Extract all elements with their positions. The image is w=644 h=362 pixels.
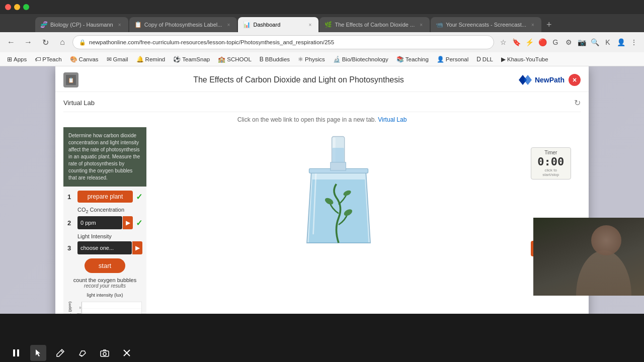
tab-effects[interactable]: 🌿 The Effects of Carbon Dioxide ... ×	[319, 17, 430, 32]
user-profile-button[interactable]: 👤	[615, 36, 627, 48]
bookmark-pteach-label: PTeach	[42, 56, 61, 62]
start-button[interactable]: start	[85, 258, 125, 273]
tab-title-screencasts: Your Screencasts - Screencast...	[446, 22, 526, 28]
personal-bookmark-icon: 👤	[437, 56, 444, 63]
tab-close-biology[interactable]: ×	[116, 21, 123, 28]
bookmark-canvas[interactable]: 🎨 Canvas	[67, 55, 102, 64]
lab-center	[156, 127, 521, 263]
step-3-dropdown-container[interactable]: choose one... ▶	[77, 241, 142, 254]
bookmark-dll[interactable]: D DLL	[473, 55, 496, 64]
maximize-traffic-light[interactable]	[23, 4, 29, 10]
record-label: record your results	[67, 283, 142, 289]
prepare-plant-button[interactable]: prepare plant	[77, 191, 133, 203]
pteach-bookmark-icon: 🏷	[35, 56, 41, 63]
close-icon	[122, 348, 131, 357]
close-toolbar-button[interactable]	[119, 345, 135, 361]
light-dropdown[interactable]: choose one...	[77, 241, 132, 254]
address-text: newpathonline.com/free-curriculum-resour…	[89, 39, 488, 45]
more-options-button[interactable]: ⋮	[628, 36, 640, 48]
extension-icon-2[interactable]: ⚡	[523, 36, 535, 48]
bookmark-school[interactable]: 🏫 SCHOOL	[215, 55, 255, 64]
extension-icon-5[interactable]: ⚙	[562, 36, 575, 48]
bookmark-youtube[interactable]: ▶ Khaus-YouTube	[498, 55, 551, 64]
pen-button[interactable]	[52, 345, 68, 361]
school-bookmark-icon: 🏫	[218, 56, 225, 63]
extension-icon-8[interactable]: K	[602, 36, 614, 48]
timer-label: Timer	[536, 150, 566, 155]
pen-icon	[56, 348, 65, 357]
extension-icon-7[interactable]: 🔍	[589, 36, 601, 48]
apps-bookmark-icon: ⊞	[7, 56, 12, 63]
bookmark-dll-label: DLL	[482, 56, 493, 62]
tab-screencasts[interactable]: 📹 Your Screencasts - Screencast... ×	[431, 17, 541, 32]
svg-rect-28	[13, 349, 15, 356]
tab-dashboard[interactable]: 📊 Dashboard ×	[238, 17, 318, 32]
bookmark-apps[interactable]: ⊞ Apps	[4, 55, 30, 64]
virtual-lab-link[interactable]: Virtual Lab	[378, 116, 407, 123]
count-label: count the oxygen bubbles	[67, 277, 142, 283]
refresh-icon[interactable]: ↻	[574, 98, 581, 108]
svg-rect-22	[332, 148, 344, 163]
bookmark-school-label: SCHOOL	[227, 56, 252, 62]
bookmark-bbuddies-label: BBuddies	[265, 56, 290, 62]
step-2-check: ✓	[136, 218, 142, 228]
newpath-text: NewPath	[535, 76, 565, 84]
forward-button[interactable]: →	[21, 35, 35, 49]
light-dropdown-arrow[interactable]: ▶	[132, 241, 142, 254]
camera-button[interactable]	[97, 345, 113, 361]
lab-experiment: Determine how carbon dioxide concentrati…	[63, 127, 581, 314]
bookmark-personal[interactable]: 👤 Personal	[434, 55, 471, 64]
step-2-row: 2 0 ppm ▶ ✓	[67, 216, 142, 229]
tab-close-photosynthesis[interactable]: ×	[225, 21, 232, 28]
bookmark-remind[interactable]: 🔔 Remind	[133, 55, 169, 64]
bookmark-teaching[interactable]: 📚 Teaching	[393, 55, 432, 64]
bookmark-bbuddies[interactable]: B BBuddies	[257, 55, 293, 64]
extension-icon-4[interactable]: G	[549, 36, 561, 48]
nav-icons: ☆ 🔖 ⚡ 🔴 G ⚙ 📷 🔍 K 👤 ⋮	[497, 36, 640, 48]
bio-bookmark-icon: 🔬	[333, 56, 341, 63]
new-tab-button[interactable]: +	[542, 20, 556, 30]
canvas-bookmark-icon: 🎨	[70, 56, 77, 63]
lab-left-panel: Determine how carbon dioxide concentrati…	[63, 127, 146, 314]
tab-biology[interactable]: 🧬 Biology (CP) - Hausmann ×	[35, 17, 128, 32]
extension-icon-6[interactable]: 📷	[576, 36, 588, 48]
close-traffic-light[interactable]	[5, 4, 11, 10]
gmail-bookmark-icon: ✉	[107, 56, 112, 63]
bookmark-teaching-label: Teaching	[406, 56, 429, 62]
pause-button[interactable]	[8, 345, 24, 361]
extension-icon-3[interactable]: 🔴	[536, 36, 548, 48]
lab-modal-header: 📋 The Effects of Carbon Dioxide and Ligh…	[55, 66, 589, 92]
step-3-row: 3 choose one... ▶	[67, 241, 142, 254]
address-bar[interactable]: 🔒 newpathonline.com/free-curriculum-reso…	[72, 35, 494, 49]
tab-close-effects[interactable]: ×	[418, 21, 425, 28]
highlighter-button[interactable]	[74, 345, 91, 361]
bookmark-teamsnap[interactable]: ⚽ TeamSnap	[170, 55, 213, 64]
home-button[interactable]: ⌂	[55, 35, 69, 49]
cursor-button[interactable]	[30, 345, 46, 361]
step-2-dropdown-container[interactable]: 0 ppm ▶	[77, 216, 133, 229]
bookmark-gmail[interactable]: ✉ Gmail	[104, 55, 131, 64]
title-bar	[0, 0, 644, 14]
timer-box: Timer 0:00 click to start/stop	[531, 147, 571, 179]
back-button[interactable]: ←	[4, 35, 18, 49]
svg-text:400: 400	[76, 313, 81, 314]
tab-photosynthesis-label[interactable]: 📋 Copy of Photosynthesis Label... ×	[129, 17, 237, 32]
bookmark-bio[interactable]: 🔬 Bio/Biotechnology	[330, 55, 391, 64]
refresh-button[interactable]: ↻	[38, 35, 52, 49]
tab-title-dashboard: Dashboard	[253, 22, 303, 28]
bookmark-bio-label: Bio/Biotechnology	[342, 56, 388, 62]
svg-rect-27	[331, 162, 346, 170]
minimize-traffic-light[interactable]	[14, 4, 20, 10]
bookmark-pteach[interactable]: 🏷 PTeach	[32, 55, 64, 64]
modal-close-button[interactable]: ×	[569, 74, 581, 86]
co2-dropdown-arrow[interactable]: ▶	[123, 216, 133, 229]
step-1-number: 1	[67, 193, 74, 201]
svg-point-33	[103, 352, 106, 355]
tab-close-dashboard[interactable]: ×	[306, 21, 313, 28]
extension-icon-1[interactable]: 🔖	[510, 36, 522, 48]
chart-wrapper: CO₂ conc. (ppm) 1200	[67, 299, 142, 314]
bookmark-physics[interactable]: ⚛ Physics	[295, 55, 328, 64]
co2-dropdown[interactable]: 0 ppm	[77, 216, 122, 229]
bookmark-star-button[interactable]: ☆	[497, 36, 509, 48]
tab-close-screencasts[interactable]: ×	[529, 21, 536, 28]
